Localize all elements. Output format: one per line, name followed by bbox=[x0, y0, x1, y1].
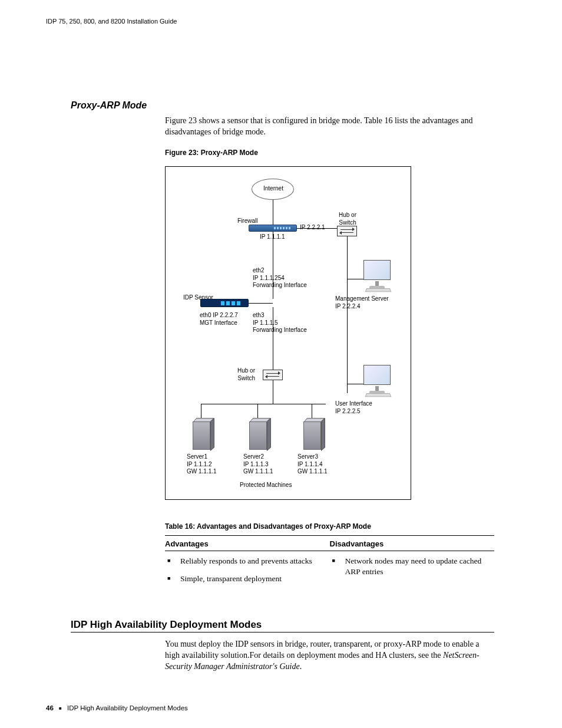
server3-icon bbox=[303, 421, 321, 450]
user-interface-icon bbox=[363, 365, 391, 394]
label-hub-switch-mid: Hub orSwitch bbox=[237, 367, 255, 382]
ha-modes-paragraph: You must deploy the IDP sensors in bridg… bbox=[165, 639, 494, 673]
intro-paragraph: Figure 23 shows a sensor that is configu… bbox=[165, 116, 494, 138]
management-server-icon bbox=[363, 260, 391, 289]
idp-sensor-icon bbox=[200, 299, 249, 307]
label-protected-machines: Protected Machines bbox=[240, 482, 292, 489]
server1-icon bbox=[193, 421, 210, 450]
label-eth3: eth3IP 1.1.1.5Forwarding Interface bbox=[253, 312, 307, 334]
footer-separator-icon: ■ bbox=[55, 706, 65, 711]
advantage-item: Simple, transparent deployment bbox=[165, 574, 324, 591]
table-header-advantages: Advantages bbox=[165, 536, 330, 551]
label-eth0: eth0 IP 2.2.2.7MGT Interface bbox=[200, 312, 238, 327]
firewall-device-icon bbox=[249, 225, 297, 232]
page-number: 46 bbox=[46, 704, 54, 711]
running-header: IDP 75, 250, 800, and 8200 Installation … bbox=[46, 18, 177, 25]
advantages-table: Advantages Disadvantages Reliably respon… bbox=[165, 535, 494, 591]
section-heading-ha-modes: IDP High Availability Deployment Modes bbox=[71, 619, 494, 633]
table-header-disadvantages: Disadvantages bbox=[330, 536, 495, 551]
ha-body-post: . bbox=[300, 662, 302, 671]
label-user-interface: User InterfaceIP 2.2.2.5 bbox=[335, 400, 372, 415]
section-heading-proxy-arp: Proxy-ARP Mode bbox=[71, 100, 147, 111]
hub-switch-mid-icon bbox=[263, 370, 283, 380]
label-server2: Server2IP 1.1.1.3GW 1.1.1.1 bbox=[243, 453, 273, 476]
server2-icon bbox=[249, 421, 267, 450]
figure-caption: Figure 23: Proxy-ARP Mode bbox=[165, 149, 258, 157]
hub-switch-top-icon bbox=[337, 226, 357, 236]
label-internet: Internet bbox=[263, 185, 283, 193]
ha-body-pre: You must deploy the IDP sensors in bridg… bbox=[165, 640, 480, 660]
label-firewall: Firewall bbox=[237, 218, 257, 225]
page-footer: 46 ■ IDP High Availability Deployment Mo… bbox=[46, 704, 188, 711]
table-caption: Table 16: Advantages and Disadvantages o… bbox=[165, 522, 371, 531]
figure-diagram: Internet Firewall IP 2.2.2.1 Hub orSwitc… bbox=[165, 166, 411, 500]
label-mgmt-server: Management ServerIP 2.2.2.4 bbox=[335, 295, 389, 310]
label-eth2: eth2IP 1.1.1.254Forwarding Interface bbox=[253, 267, 307, 289]
advantage-item: Reliably responds to and prevents attack… bbox=[165, 556, 324, 574]
footer-section-label: IDP High Availability Deployment Modes bbox=[67, 704, 188, 711]
disadvantage-item: Network nodes may need to update cached … bbox=[330, 556, 495, 584]
label-hub-switch-top: Hub orSwitch bbox=[339, 212, 356, 226]
label-server3: Server3IP 1.1.1.4GW 1.1.1.1 bbox=[297, 453, 328, 476]
label-server1: Server1IP 1.1.1.2GW 1.1.1.1 bbox=[187, 453, 217, 476]
